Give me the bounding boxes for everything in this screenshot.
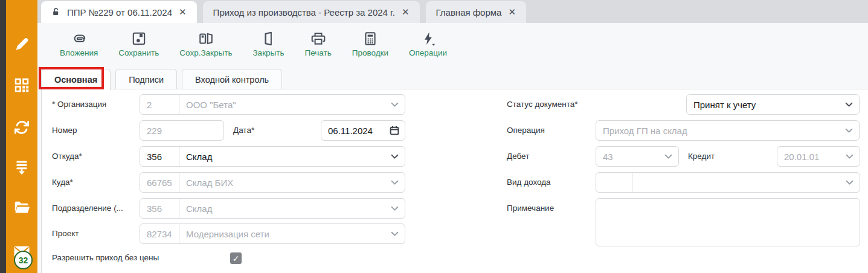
tab-main-form[interactable]: Главная форма ✕ bbox=[426, 1, 527, 23]
from-code-field[interactable]: 356 bbox=[140, 147, 179, 166]
org-label: * Организация bbox=[52, 94, 106, 115]
chevron-down-icon[interactable] bbox=[384, 206, 405, 211]
sync-icon[interactable] bbox=[13, 118, 31, 136]
subtab-main[interactable]: Основная bbox=[41, 69, 111, 90]
status-combo[interactable]: Принят к учету bbox=[686, 94, 860, 115]
to-code-field[interactable]: 66765 bbox=[140, 173, 179, 192]
date-field[interactable]: 06.11.2024 bbox=[321, 120, 405, 141]
division-combo[interactable]: 356 Склад bbox=[140, 198, 405, 219]
note-textarea[interactable] bbox=[596, 198, 860, 246]
export-list-icon[interactable] bbox=[13, 158, 31, 176]
close-document-button[interactable]: Закрыть bbox=[250, 30, 286, 59]
to-name-value: Склад БИХ bbox=[179, 178, 384, 188]
income-code-field[interactable] bbox=[596, 173, 632, 192]
operation-label: Операция bbox=[507, 120, 545, 141]
from-name-value: Склад bbox=[179, 152, 384, 162]
door-close-icon bbox=[260, 31, 276, 47]
chevron-down-icon[interactable] bbox=[384, 231, 405, 237]
chevron-down-icon[interactable] bbox=[384, 102, 405, 108]
subtab-input-control[interactable]: Входной контроль bbox=[182, 69, 282, 89]
division-name-value: Склад bbox=[179, 204, 384, 214]
tab-title: ППР №229 от 06.11.2024 bbox=[67, 7, 172, 18]
project-label: Проект bbox=[52, 223, 79, 244]
income-type-combo[interactable] bbox=[596, 172, 860, 193]
tab-document-ppr[interactable]: ППР №229 от 06.11.2024 ✕ bbox=[41, 1, 197, 23]
organization-name-value: ООО "Бета" bbox=[179, 100, 384, 110]
organization-combo[interactable]: 2 ООО "Бета" bbox=[140, 94, 405, 115]
number-label: Номер bbox=[52, 120, 77, 141]
tab-registry[interactable]: Приход из производства - Реестр за 2024 … bbox=[203, 1, 420, 23]
close-icon[interactable]: ✕ bbox=[508, 7, 516, 18]
project-code-field[interactable]: 82734 bbox=[140, 224, 179, 243]
credit-combo[interactable]: 20.01.01 bbox=[777, 146, 860, 167]
operations-button[interactable]: Операции bbox=[407, 30, 449, 59]
debit-combo[interactable]: 43 bbox=[596, 146, 679, 167]
tab-bar: ППР №229 от 06.11.2024 ✕ Приход из произ… bbox=[37, 0, 868, 23]
income-type-label: Вид дохода bbox=[507, 172, 551, 193]
debit-label: Дебет bbox=[507, 146, 529, 167]
check-icon: ✓ bbox=[233, 254, 240, 263]
save-and-close-icon bbox=[198, 31, 214, 47]
project-name-value: Модернизация сети bbox=[179, 229, 384, 239]
calendar-icon[interactable] bbox=[384, 125, 405, 136]
edit-pencil-icon[interactable] bbox=[13, 35, 31, 53]
chevron-down-icon[interactable] bbox=[838, 128, 859, 133]
status-label: Статус документа* bbox=[507, 94, 578, 115]
chevron-down-icon[interactable] bbox=[384, 154, 405, 159]
chevron-down-icon[interactable] bbox=[839, 154, 860, 159]
qr-code-icon[interactable] bbox=[13, 76, 31, 94]
attachments-button[interactable]: Вложения bbox=[57, 30, 100, 59]
division-label: Подразделение (... bbox=[52, 198, 123, 219]
project-combo[interactable]: 82734 Модернизация сети bbox=[140, 223, 405, 244]
chevron-down-icon[interactable] bbox=[658, 154, 678, 159]
chevron-down-icon[interactable] bbox=[384, 180, 405, 185]
save-and-close-button[interactable]: Сохр.Закрыть bbox=[177, 30, 234, 59]
date-label: Дата* bbox=[233, 120, 254, 141]
division-code-field[interactable]: 356 bbox=[140, 199, 179, 218]
document-toolbar: Вложения Сохранить Сохр.Зак bbox=[37, 23, 868, 65]
unlocked-padlock-icon bbox=[51, 7, 60, 17]
mail-count-badge[interactable]: 32 bbox=[14, 251, 33, 269]
postings-button[interactable]: Проводки bbox=[350, 30, 391, 59]
from-label: Откуда* bbox=[52, 146, 82, 167]
sidebar: 32 bbox=[6, 0, 37, 273]
folder-open-icon[interactable] bbox=[13, 198, 31, 216]
from-combo[interactable]: 356 Склад bbox=[140, 146, 405, 167]
form-subtabs: Основная Подписи Входной контроль bbox=[37, 65, 868, 89]
to-label: Куда* bbox=[52, 172, 73, 193]
close-icon[interactable]: ✕ bbox=[402, 7, 410, 18]
number-field[interactable]: 229 bbox=[140, 120, 224, 141]
paperclip-icon bbox=[71, 31, 87, 47]
printer-icon bbox=[310, 31, 326, 47]
organization-code-field[interactable]: 2 bbox=[140, 95, 179, 114]
print-button[interactable]: Печать bbox=[302, 30, 333, 59]
lightning-icon bbox=[420, 31, 436, 47]
form-panel: * Организация 2 ООО "Бета" Номер 229 Дат… bbox=[41, 89, 868, 273]
close-icon[interactable]: ✕ bbox=[179, 7, 187, 18]
allow-no-price-checkbox[interactable]: ✓ bbox=[230, 252, 242, 264]
credit-label: Кредит bbox=[688, 146, 715, 167]
tab-title: Приход из производства - Реестр за 2024 … bbox=[213, 7, 395, 18]
allow-no-price-label: Разрешить приход без цены bbox=[52, 248, 159, 268]
subtab-signatures[interactable]: Подписи bbox=[115, 69, 177, 89]
note-label: Примечание bbox=[507, 198, 554, 219]
floppy-save-icon bbox=[131, 31, 147, 47]
save-button[interactable]: Сохранить bbox=[116, 30, 161, 59]
chevron-down-icon[interactable] bbox=[838, 102, 859, 108]
chevron-down-icon[interactable] bbox=[839, 180, 860, 185]
tab-title: Главная форма bbox=[436, 7, 502, 18]
calculator-icon bbox=[362, 31, 378, 47]
window-edge-strip bbox=[0, 0, 6, 273]
app-window: 32 ППР №229 от 06.11.2024 ✕ Приход из пр… bbox=[0, 0, 868, 273]
to-combo[interactable]: 66765 Склад БИХ bbox=[140, 172, 405, 193]
operation-combo[interactable]: Приход ГП на склад bbox=[596, 120, 860, 141]
